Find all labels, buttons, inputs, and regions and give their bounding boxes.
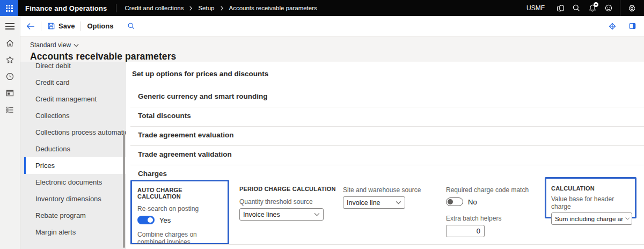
actionbar-separator xyxy=(80,21,81,31)
options-menu[interactable]: Options xyxy=(87,22,113,30)
extra-batch-helpers-input[interactable] xyxy=(446,225,485,237)
menu-hamburger-icon[interactable] xyxy=(5,21,15,31)
chevron-right-icon xyxy=(219,6,224,11)
chevron-down-icon xyxy=(314,213,320,216)
section-total-discounts[interactable]: Total discounts xyxy=(138,112,191,120)
chevron-down-icon xyxy=(625,217,630,221)
site-warehouse-field: Site and warehouse source Invoice line xyxy=(343,186,421,209)
sidebar-item-electronic-documents[interactable]: Electronic documents xyxy=(24,174,126,191)
value-base-header-charge-dropdown[interactable]: Sum including charge amounts xyxy=(551,213,632,225)
waffle-icon xyxy=(6,5,13,12)
breadcrumb-module[interactable]: Credit and collections xyxy=(125,5,184,11)
section-trade-agreement-evaluation[interactable]: Trade agreement evaluation xyxy=(138,131,234,139)
group-title: CALCULATION xyxy=(551,185,630,192)
chevron-right-icon xyxy=(188,6,193,11)
page-header: Standard view Accounts receivable parame… xyxy=(20,36,644,62)
copilot-icon[interactable] xyxy=(552,0,568,16)
site-warehouse-source-dropdown[interactable]: Invoice line xyxy=(343,196,405,209)
sidebar-scrollbar-thumb[interactable] xyxy=(123,134,125,248)
group-title: PERIOD CHARGE CALCULATION xyxy=(239,186,336,192)
chevron-down-icon xyxy=(74,43,79,47)
breadcrumb-page[interactable]: Accounts receivable parameters xyxy=(229,5,317,11)
section-divider xyxy=(130,165,644,165)
toggle-value: No xyxy=(468,198,477,206)
back-button[interactable] xyxy=(26,23,35,30)
sidebar-item-collections-process-automation[interactable]: Collections process automation xyxy=(24,124,126,141)
notification-badge xyxy=(594,2,598,7)
view-selector[interactable]: Standard view xyxy=(30,41,79,49)
sidebar-item-margin-alerts[interactable]: Margin alerts xyxy=(24,224,126,240)
action-bar: Save Options xyxy=(20,16,644,36)
worklist-window-icon[interactable] xyxy=(5,88,15,98)
section-trade-agreement-validation[interactable]: Trade agreement validation xyxy=(138,150,232,158)
top-navigation-bar: Finance and Operations Credit and collec… xyxy=(0,0,644,16)
chevron-down-icon xyxy=(396,201,401,204)
feedback-smiley-icon[interactable] xyxy=(601,0,617,16)
section-generic-currency[interactable]: Generic currency and smart rounding xyxy=(138,92,268,100)
content-panel: Set up options for prices and discounts … xyxy=(126,62,644,249)
sidebar-item-inventory-dimensions[interactable]: Inventory dimensions xyxy=(24,191,126,207)
view-selector-label: Standard view xyxy=(30,41,71,49)
dropdown-value: Invoice lines xyxy=(243,211,280,218)
page-title: Accounts receivable parameters xyxy=(30,51,644,62)
save-button[interactable]: Save xyxy=(47,22,75,30)
notification-bell-icon[interactable] xyxy=(584,0,601,16)
dropdown-value: Invoice line xyxy=(347,199,380,207)
breadcrumb-setup[interactable]: Setup xyxy=(198,5,214,11)
section-divider xyxy=(130,145,644,146)
recent-clock-icon[interactable] xyxy=(5,71,15,81)
dropdown-value: Sum including charge amounts xyxy=(555,215,623,223)
topbar-right-controls: USMF xyxy=(526,0,644,16)
field-label: Value base for header charge xyxy=(551,195,630,210)
section-divider xyxy=(130,107,644,107)
field-label: Combine charges on combined invoices xyxy=(137,231,222,246)
back-arrow-icon xyxy=(26,23,35,30)
auto-charge-calculation-group: AUTO CHARGE CALCULATION Re-search on pos… xyxy=(130,180,229,245)
sidebar-item-prices[interactable]: Prices xyxy=(24,157,126,174)
side-panel-toggle-icon[interactable] xyxy=(628,22,636,30)
floppy-disk-icon xyxy=(47,22,55,30)
topbar-separator xyxy=(116,4,116,12)
field-label: Quantity threshold source xyxy=(239,198,336,206)
section-divider xyxy=(130,244,644,245)
search-icon xyxy=(127,22,135,30)
section-charges[interactable]: Charges xyxy=(138,170,167,178)
search-icon[interactable] xyxy=(568,0,584,16)
options-label: Options xyxy=(87,22,113,30)
diamond-icon[interactable] xyxy=(608,22,617,31)
sidebar-item-rebate-program[interactable]: Rebate program xyxy=(24,207,126,224)
content-heading: Set up options for prices and discounts xyxy=(132,70,268,78)
re-search-on-posting-toggle[interactable] xyxy=(137,216,155,224)
calculation-group: CALCULATION Value base for header charge… xyxy=(545,177,636,218)
sidebar-item-credit-card[interactable]: Credit card xyxy=(24,74,126,91)
group-title: AUTO CHARGE CALCULATION xyxy=(137,187,222,200)
gear-icon[interactable] xyxy=(624,0,640,16)
save-label: Save xyxy=(58,22,75,30)
period-charge-calculation-group: PERIOD CHARGE CALCULATION Quantity thres… xyxy=(239,186,336,221)
app-title[interactable]: Finance and Operations xyxy=(25,4,107,12)
parameters-sidebar: Direct debit Credit card Credit manageme… xyxy=(20,62,126,249)
company-selector[interactable]: USMF xyxy=(526,4,545,12)
sidebar-item-credit-management[interactable]: Credit management xyxy=(24,91,126,107)
charge-code-match-field: Required charge code match No Extra batc… xyxy=(446,186,529,237)
field-label: Re-search on posting xyxy=(137,205,222,213)
actionbar-separator xyxy=(41,21,41,31)
sidebar-item-direct-debit[interactable]: Direct debit xyxy=(24,62,126,74)
field-label: Extra batch helpers xyxy=(446,215,529,222)
favorites-star-icon[interactable] xyxy=(5,55,15,64)
section-divider xyxy=(130,126,644,127)
actionbar-search-button[interactable] xyxy=(127,22,135,30)
home-icon[interactable] xyxy=(5,38,15,48)
sidebar-item-collections[interactable]: Collections xyxy=(24,107,126,124)
app-launcher-button[interactable] xyxy=(0,0,18,16)
field-label: Site and warehouse source xyxy=(343,186,421,194)
nav-list-icon[interactable] xyxy=(5,105,15,114)
required-charge-code-match-toggle[interactable] xyxy=(446,197,463,206)
field-label: Required charge code match xyxy=(446,186,529,194)
quantity-threshold-source-dropdown[interactable]: Invoice lines xyxy=(239,208,324,221)
breadcrumb: Credit and collections Setup Accounts re… xyxy=(125,5,317,11)
toggle-value: Yes xyxy=(159,216,171,224)
topbar-separator xyxy=(620,0,620,16)
left-nav-rail xyxy=(0,16,20,249)
sidebar-item-deductions[interactable]: Deductions xyxy=(24,141,126,157)
